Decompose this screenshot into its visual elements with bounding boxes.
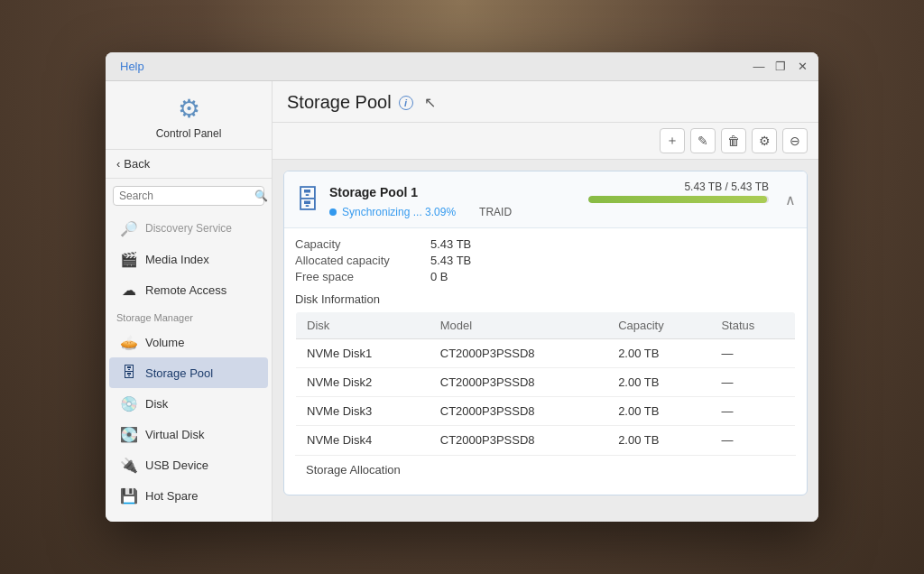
disk-icon: 💿 (120, 394, 138, 412)
pool-name-row: Storage Pool 1 5.43 TB / 5.43 TB (329, 181, 769, 203)
back-button[interactable]: ‹ Back (106, 150, 272, 179)
stat-row-capacity: Capacity 5.43 TB (295, 237, 796, 251)
disk-cell-status: — (710, 397, 795, 426)
col-header-disk: Disk (296, 312, 430, 339)
sidebar-item-discovery-label: Discovery Service (145, 222, 232, 235)
sidebar-item-discovery[interactable]: 🔎 Discovery Service (109, 213, 268, 244)
stat-value-capacity: 5.43 TB (430, 237, 471, 251)
col-header-status: Status (710, 312, 795, 339)
col-header-capacity: Capacity (607, 312, 710, 339)
sidebar-item-remote-access-label: Remote Access (145, 283, 226, 297)
storage-allocation-label: Storage Allocation (295, 455, 796, 484)
disk-cell-capacity: 2.00 TB (607, 397, 710, 426)
sidebar-item-usb-device[interactable]: 🔌 USB Device (109, 449, 268, 480)
volume-icon: 🥧 (120, 333, 138, 351)
settings-button[interactable]: ⚙ (752, 128, 777, 153)
disk-cell-capacity: 2.00 TB (607, 339, 710, 368)
main-header: Storage Pool i ↖ (273, 81, 818, 123)
disk-table-row: NVMe Disk3 CT2000P3PSSD8 2.00 TB — (296, 397, 796, 426)
close-button[interactable]: ✕ (793, 58, 811, 76)
pool-database-icon: 🗄 (295, 185, 320, 215)
control-panel-label: Control Panel (156, 127, 222, 140)
stat-value-free: 0 B (430, 270, 448, 283)
restore-button[interactable]: ❐ (772, 58, 790, 76)
collapse-button[interactable]: ∧ (785, 191, 796, 208)
cursor-indicator: ↖ (424, 94, 436, 111)
stat-label-free: Free space (295, 270, 430, 283)
capacity-bar-background (588, 196, 769, 203)
sidebar-item-volume-label: Volume (145, 336, 184, 349)
sidebar-item-remote-access[interactable]: ☁ Remote Access (109, 274, 268, 305)
add-button[interactable]: ＋ (660, 128, 685, 153)
main-window: Help — ❐ ✕ ⚙ Control Panel ‹ Back 🔍 (106, 52, 818, 522)
pool-info: Storage Pool 1 5.43 TB / 5.43 TB (329, 181, 769, 218)
raid-label: TRAID (479, 206, 512, 218)
disk-cell-model: CT2000P3PSSD8 (430, 397, 607, 426)
sidebar-item-virtual-disk-label: Virtual Disk (145, 428, 205, 441)
pool-card: 🗄 Storage Pool 1 5.43 TB / 5.43 TB (283, 171, 808, 495)
sidebar-item-virtual-disk[interactable]: 💽 Virtual Disk (109, 419, 268, 449)
disk-cell-status: — (710, 339, 795, 368)
sidebar-item-storage-pool-label: Storage Pool (145, 366, 213, 380)
disk-table-row: NVMe Disk4 CT2000P3PSSD8 2.00 TB — (296, 426, 796, 455)
virtual-disk-icon: 💽 (120, 425, 138, 443)
pool-stats: Capacity 5.43 TB Allocated capacity 5.43… (295, 237, 796, 283)
disk-cell-name: NVMe Disk3 (296, 397, 430, 426)
info-icon: i (399, 96, 413, 110)
disk-table: Disk Model Capacity Status NVMe Disk1 CT… (295, 311, 796, 455)
edit-button[interactable]: ✎ (690, 128, 716, 153)
sidebar-item-volume[interactable]: 🥧 Volume (109, 327, 268, 357)
disk-cell-status: — (710, 426, 795, 455)
more-button[interactable]: ⊖ (782, 128, 808, 153)
control-panel-header: ⚙ Control Panel (106, 81, 272, 150)
hot-spare-icon: 💾 (120, 486, 138, 505)
delete-button[interactable]: 🗑 (721, 128, 746, 153)
gear-icon: ⚙ (178, 94, 200, 124)
disk-cell-model: CT2000P3PSSD8 (430, 426, 607, 455)
usb-device-icon: 🔌 (120, 456, 138, 474)
stat-row-free: Free space 0 B (295, 270, 796, 283)
stat-value-allocated: 5.43 TB (430, 254, 471, 267)
sidebar-item-storage-pool[interactable]: 🗄 Storage Pool (109, 357, 268, 388)
search-icon[interactable]: 🔍 (254, 190, 268, 202)
capacity-bar-fill (588, 196, 767, 203)
search-box: 🔍 (113, 186, 264, 206)
titlebar: Help — ❐ ✕ (106, 52, 818, 81)
sync-text: Synchronizing ... 3.09% (342, 206, 456, 218)
disk-cell-status: — (710, 368, 795, 397)
sidebar-item-hot-spare[interactable]: 💾 Hot Spare (109, 480, 268, 511)
pool-name: Storage Pool 1 (329, 185, 418, 199)
sync-dot-icon (329, 208, 337, 216)
sidebar-item-hot-spare-label: Hot Spare (145, 489, 199, 503)
minimize-button[interactable]: — (750, 58, 768, 76)
search-input[interactable] (119, 190, 254, 202)
main-content: Storage Pool i ↖ ＋ ✎ 🗑 ⚙ ⊖ 🗄 (273, 81, 818, 522)
stat-row-allocated: Allocated capacity 5.43 TB (295, 254, 796, 267)
sidebar-item-disk-label: Disk (145, 397, 168, 411)
storage-pool-icon: 🗄 (120, 364, 138, 382)
sidebar-item-usb-device-label: USB Device (145, 458, 208, 472)
disk-table-row: NVMe Disk1 CT2000P3PSSD8 2.00 TB — (296, 339, 796, 368)
storage-manager-section-label: Storage Manager (106, 305, 272, 327)
remote-access-icon: ☁ (120, 281, 138, 299)
sidebar-item-media-index[interactable]: 🎬 Media Index (109, 244, 268, 274)
media-index-icon: 🎬 (120, 250, 138, 268)
toolbar: ＋ ✎ 🗑 ⚙ ⊖ (273, 123, 818, 160)
sidebar-item-disk[interactable]: 💿 Disk (109, 388, 268, 419)
disk-info-label: Disk Information (295, 292, 796, 306)
help-link[interactable]: Help (120, 60, 144, 73)
disk-cell-capacity: 2.00 TB (607, 368, 710, 397)
discovery-icon: 🔎 (120, 219, 138, 237)
disk-cell-name: NVMe Disk4 (296, 426, 430, 455)
pool-capacity-text: 5.43 TB / 5.43 TB (684, 181, 769, 193)
sidebar-item-media-index-label: Media Index (145, 253, 209, 266)
col-header-model: Model (430, 312, 607, 339)
stat-label-capacity: Capacity (295, 237, 430, 251)
disk-cell-model: CT2000P3PSSD8 (430, 339, 607, 368)
disk-cell-name: NVMe Disk2 (296, 368, 430, 397)
disk-cell-capacity: 2.00 TB (607, 426, 710, 455)
disk-table-row: NVMe Disk2 CT2000P3PSSD8 2.00 TB — (296, 368, 796, 397)
pools-area: 🗄 Storage Pool 1 5.43 TB / 5.43 TB (273, 160, 818, 522)
disk-cell-model: CT2000P3PSSD8 (430, 368, 607, 397)
disk-cell-name: NVMe Disk1 (296, 339, 430, 368)
